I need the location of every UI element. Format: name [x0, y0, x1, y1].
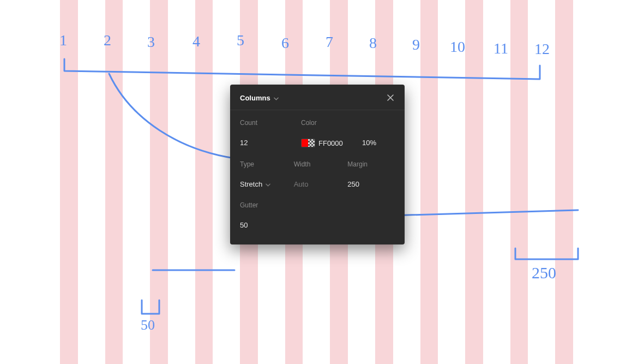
panel-header: Columns — [230, 85, 405, 110]
color-swatch-fill — [302, 139, 308, 147]
chevron-down-icon — [274, 94, 279, 102]
grid-column — [420, 0, 438, 364]
type-label: Type — [240, 160, 287, 168]
panel-body: Count Color 12 FF0000 — [230, 110, 405, 244]
width-input[interactable]: Auto — [294, 180, 341, 188]
color-hex-value: FF0000 — [318, 139, 343, 147]
grid-column — [465, 0, 483, 364]
margin-value: 250 — [347, 180, 359, 188]
width-value: Auto — [294, 180, 309, 188]
color-swatch[interactable] — [301, 139, 315, 147]
grid-column — [195, 0, 213, 364]
type-select[interactable]: Stretch — [240, 180, 287, 188]
type-value: Stretch — [240, 180, 262, 188]
count-value: 12 — [240, 139, 248, 147]
color-opacity-value: 10% — [362, 139, 376, 147]
margin-input[interactable]: 250 — [347, 180, 395, 188]
color-opacity-input[interactable]: 10% — [362, 139, 395, 147]
color-input[interactable]: FF0000 — [301, 139, 356, 147]
gutter-label: Gutter — [240, 201, 287, 209]
width-label: Width — [294, 160, 341, 168]
gutter-value: 50 — [240, 221, 248, 229]
grid-column — [150, 0, 168, 364]
color-swatch-checker-icon — [308, 139, 315, 147]
color-label: Color — [301, 119, 356, 127]
grid-column — [555, 0, 573, 364]
count-input[interactable]: 12 — [240, 139, 294, 147]
grid-column — [60, 0, 78, 364]
grid-column — [510, 0, 528, 364]
grid-column — [105, 0, 123, 364]
close-button[interactable] — [385, 92, 396, 103]
count-label: Count — [240, 119, 294, 127]
layout-grid-panel[interactable]: Columns Count Color 12 — [230, 85, 405, 244]
gutter-input[interactable]: 50 — [240, 221, 287, 229]
close-icon — [387, 94, 394, 102]
margin-label: Margin — [347, 160, 395, 168]
panel-title-dropdown[interactable]: Columns — [240, 94, 279, 102]
panel-title: Columns — [240, 94, 270, 102]
chevron-down-icon — [266, 180, 270, 188]
